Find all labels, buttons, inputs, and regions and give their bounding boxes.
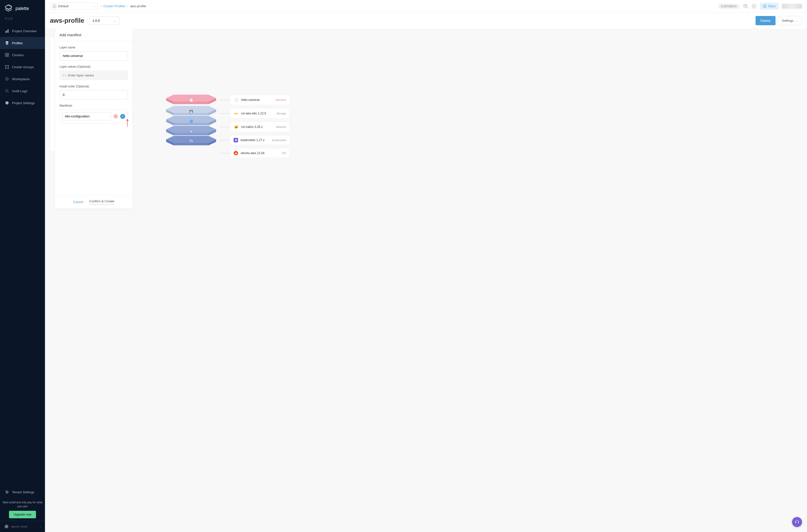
project-icon — [53, 4, 56, 8]
svg-rect-2 — [8, 29, 8, 33]
layer-card-name: csi-aws-ebs 1.22.0 — [241, 112, 274, 115]
install-order-input[interactable] — [59, 90, 128, 99]
svg-point-11 — [5, 77, 8, 80]
globe-icon: 🌐 — [189, 120, 193, 123]
app-version: 4.1.12 — [0, 17, 45, 20]
breadcrumb-sep: / — [127, 4, 128, 8]
stack-layers: 📄 💾 🌐 ⎈ 🗔 — [163, 94, 220, 154]
help-button[interactable] — [792, 517, 802, 527]
cancel-manifest-icon[interactable]: ✕ — [113, 114, 118, 119]
layer-values-placeholder: Enter layer values — [68, 73, 94, 77]
svg-rect-0 — [5, 31, 6, 33]
layer-card-type: Kubernetes — [272, 139, 286, 141]
manifest-icon: 📄 — [233, 97, 239, 102]
confirm-manifest-icon[interactable]: ✓ — [120, 114, 125, 119]
svg-point-18 — [752, 4, 756, 8]
kubernetes-icon: ✱ — [233, 138, 238, 142]
nav-label: Profiles — [12, 41, 23, 45]
breadcrumb: / Cluster Profiles / aws-profile — [100, 4, 146, 8]
docs-label: Docs — [768, 4, 775, 8]
tenant-settings-label: Tenant Settings — [12, 490, 35, 494]
palette-logo-icon — [4, 4, 13, 13]
layer-labels: 📄 hello-universe Manifest aws csi-aws-eb… — [230, 94, 290, 158]
calico-icon: 🐱 — [233, 125, 239, 129]
version-value: 1.0.0 — [92, 19, 100, 22]
chat-icon[interactable] — [743, 4, 748, 9]
layer-name-label: Layer name — [59, 46, 128, 49]
compass-icon[interactable] — [752, 4, 756, 9]
version-selector[interactable]: 1.0.0 ⌄ — [89, 17, 119, 25]
layer-card-name: ubuntu-aws 22.04 — [241, 151, 280, 155]
stack-layer-os[interactable]: 🗔 — [164, 135, 219, 146]
layer-card-name: kubernetes 1.27.x — [241, 138, 269, 142]
search-icon — [5, 89, 9, 93]
settings-label: Settings — [782, 19, 793, 22]
settings-button[interactable]: Settings ⌄ — [778, 16, 802, 25]
ubuntu-icon: ◉ — [233, 151, 238, 155]
upgrade-button[interactable]: Upgrade now — [9, 511, 36, 518]
content-area: Add manifest Layer name Layer values (Op… — [45, 29, 807, 532]
sub-header: aws-profile 1.0.0 ⌄ Deploy Settings ⌄ — [45, 13, 807, 29]
add-manifest-panel: Add manifest Layer name Layer values (Op… — [55, 29, 132, 209]
svg-point-9 — [5, 68, 6, 69]
sidebar-item-overview[interactable]: Project Overview — [0, 25, 45, 37]
nav-label: Cluster Groups — [12, 65, 34, 69]
layer-card-network[interactable]: 🐱 cni-calico 3.26.1 Network — [230, 122, 290, 132]
chart-icon — [5, 29, 9, 33]
scope-selector[interactable]: Default ⌄ — [50, 2, 97, 10]
nav-label: Audit Logs — [12, 89, 27, 93]
upgrade-section: Start small and only pay for what you us… — [0, 498, 45, 521]
sidebar-item-audit-logs[interactable]: Audit Logs — [0, 85, 45, 97]
svg-rect-1 — [6, 30, 7, 33]
breadcrumb-link[interactable]: Cluster Profiles — [104, 4, 126, 8]
deploy-button[interactable]: Deploy — [755, 16, 775, 25]
layer-card-type: Storage — [276, 112, 286, 115]
svg-point-13 — [5, 90, 8, 92]
aws-icon: aws — [233, 111, 239, 116]
cancel-button[interactable]: Cancel — [73, 199, 83, 205]
nav-label: Project Overview — [12, 29, 36, 33]
sidebar-item-clusters[interactable]: Clusters — [0, 49, 45, 61]
layer-values-input[interactable]: Enter layer values — [59, 71, 128, 80]
layer-card-name: cni-calico 3.26.1 — [241, 125, 274, 129]
manifests-row: ✕ ✓ — [59, 109, 128, 123]
layer-card-storage[interactable]: aws csi-aws-ebs 1.22.0 Storage — [230, 108, 290, 119]
layer-card-manifest[interactable]: 📄 hello-universe Manifest — [230, 95, 290, 105]
sidebar-item-workspaces[interactable]: Workspaces — [0, 73, 45, 85]
nav-items: Project Overview Profiles Clusters Clust… — [0, 25, 45, 486]
scope-label: Default — [58, 4, 69, 8]
layer-card-os[interactable]: ◉ ubuntu-aws 22.04 OS — [230, 148, 290, 158]
sidebar-item-profiles[interactable]: Profiles — [0, 37, 45, 49]
sidebar-item-cluster-groups[interactable]: Cluster Groups — [0, 61, 45, 73]
manifest-name-input[interactable] — [62, 112, 111, 120]
disk-icon: 💾 — [189, 110, 193, 113]
layer-name-input[interactable] — [59, 51, 128, 60]
grid-icon — [5, 53, 9, 57]
svg-point-14 — [6, 491, 7, 492]
spectro-logo-icon — [4, 524, 9, 529]
collapse-icon[interactable]: ‹ — [40, 525, 41, 528]
sidebar-item-tenant-settings[interactable]: Tenant Settings — [0, 486, 45, 498]
logo-section: palette — [0, 0, 45, 17]
nodes-icon — [5, 65, 9, 69]
layer-card-type: Manifest — [276, 98, 286, 101]
layer-card-kubernetes[interactable]: ✱ kubernetes 1.27.x Kubernetes — [230, 135, 290, 145]
sidebar-item-project-settings[interactable]: Project Settings — [0, 97, 45, 109]
stack-layer-manifest[interactable]: 📄 — [164, 94, 219, 105]
svg-point-8 — [8, 65, 9, 66]
layers-icon — [5, 41, 9, 45]
user-info[interactable] — [782, 4, 802, 9]
confirm-create-button[interactable]: Confirm & Create — [89, 199, 114, 205]
manifest-panel-title: Add manifest — [55, 29, 132, 41]
docs-link[interactable]: Docs — [760, 3, 778, 10]
nav-label: Project Settings — [12, 101, 35, 105]
svg-point-10 — [8, 68, 9, 69]
brand-footer: spectro cloud ‹ — [0, 521, 45, 532]
svg-rect-3 — [5, 53, 7, 55]
helm-icon: ⎈ — [190, 130, 192, 133]
file-icon: 📄 — [189, 98, 193, 102]
code-icon — [62, 74, 66, 77]
layer-card-type: Network — [276, 126, 286, 128]
svg-rect-4 — [7, 53, 9, 55]
svg-marker-22 — [174, 102, 209, 104]
